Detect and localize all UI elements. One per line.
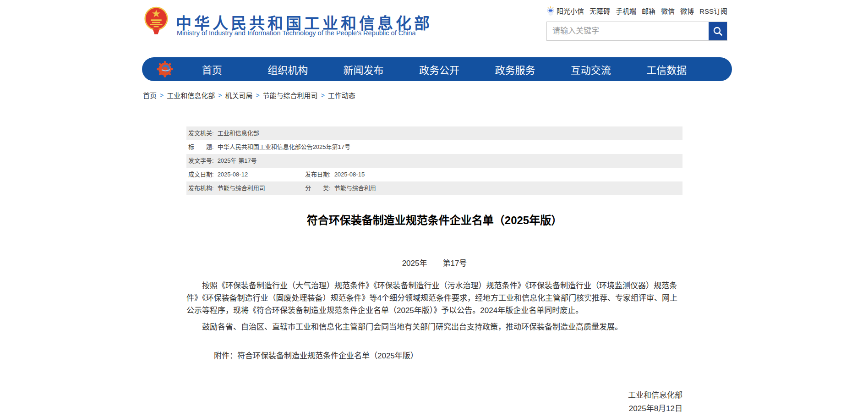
page: 中华人民共和国工业和信息化部 Ministry of Industry and …: [0, 0, 868, 412]
meta-row-title: 标 题:中华人民共和国工业和信息化部公告2025年第17号: [186, 140, 682, 154]
nav-item-news[interactable]: 新闻发布: [326, 62, 401, 77]
meta-label: 发布机构:: [188, 185, 214, 192]
top-link-wechat[interactable]: 微信: [661, 6, 675, 16]
breadcrumb-separator: >: [160, 92, 164, 99]
meta-value: 2025-08-15: [334, 171, 365, 178]
top-link-weibo[interactable]: 微博: [680, 6, 694, 16]
search-icon: [713, 26, 723, 36]
article-paragraph: 鼓励各省、自治区、直辖市工业和信息化主管部门会同当地有关部门研究出台支持政策，推…: [186, 321, 684, 333]
article-body: 按照《环保装备制造行业（大气治理）规范条件》《环保装备制造行业（污水治理）规范条…: [186, 280, 684, 337]
breadcrumb-energy-dept[interactable]: 节能与综合利用司: [263, 90, 318, 100]
nav-item-interaction[interactable]: 互动交流: [553, 62, 628, 77]
meta-label: 成文日期:: [188, 171, 214, 178]
meta-cell: 发布日期:2025-08-15: [305, 168, 365, 181]
nav-item-gov-services[interactable]: 政务服务: [477, 62, 553, 77]
breadcrumb-home[interactable]: 首页: [143, 90, 157, 100]
meta-value: 2025年 第17号: [218, 157, 257, 164]
top-link-mobile[interactable]: 手机端: [616, 6, 636, 16]
meta-value: 节能与综合利用司: [218, 185, 265, 192]
national-emblem-icon: [144, 6, 169, 35]
meta-value: 工业和信息化部: [218, 130, 259, 137]
article-paragraph: 按照《环保装备制造行业（大气治理）规范条件》《环保装备制造行业（污水治理）规范条…: [186, 280, 684, 317]
nav-item-home[interactable]: 首页: [174, 62, 250, 77]
meta-value: 中华人民共和国工业和信息化部公告2025年第17号: [218, 143, 350, 150]
attachment-link[interactable]: 附件：符合环保装备制造业规范条件企业名单（2025年版）: [214, 349, 418, 361]
meta-cell: 分 类:节能与综合利用: [305, 181, 376, 195]
nav-item-miit-data[interactable]: 工信数据: [629, 62, 704, 77]
main-nav: 首页 组织机构 新闻发布 政务公开 政务服务 互动交流 工信数据: [142, 57, 732, 81]
signature-organization: 工业和信息化部: [186, 389, 682, 400]
meta-cell: 发文机关:工业和信息化部: [188, 126, 259, 140]
breadcrumb-departments[interactable]: 机关司局: [225, 90, 252, 100]
meta-cell: 成文日期:2025-08-12: [188, 168, 305, 181]
search-button[interactable]: [709, 22, 727, 40]
meta-value: 节能与综合利用: [334, 185, 376, 192]
meta-label: 分 类:: [305, 185, 331, 192]
top-link-label: 阳光小信: [557, 6, 584, 16]
breadcrumb: 首页 > 工业和信息化部 > 机关司局 > 节能与综合利用司 > 工作动态: [143, 90, 355, 100]
nav-items: 首页 组织机构 新闻发布 政务公开 政务服务 互动交流 工信数据: [174, 62, 704, 77]
signature-date: 2025年8月12日: [186, 402, 682, 412]
meta-value: 2025-08-12: [218, 171, 248, 178]
meta-row-dates: 成文日期:2025-08-12 发布日期:2025-08-15: [186, 168, 682, 181]
meta-cell: 发文字号:2025年 第17号: [188, 154, 257, 168]
breadcrumb-separator: >: [256, 92, 259, 99]
top-link-mail[interactable]: 邮箱: [642, 6, 655, 16]
top-link-rss[interactable]: RSS订阅: [699, 6, 727, 16]
breadcrumb-work-updates[interactable]: 工作动态: [328, 90, 355, 100]
meta-label: 标 题:: [188, 143, 214, 150]
search-box: [546, 22, 727, 41]
document-meta-table: 发文机关:工业和信息化部 标 题:中华人民共和国工业和信息化部公告2025年第1…: [186, 126, 682, 195]
article-title: 符合环保装备制造业规范条件企业名单（2025年版）: [186, 211, 682, 227]
breadcrumb-miit[interactable]: 工业和信息化部: [167, 90, 215, 100]
nav-item-gov-disclosure[interactable]: 政务公开: [401, 62, 477, 77]
breadcrumb-separator: >: [321, 92, 325, 99]
top-link-accessibility[interactable]: 无障碍: [590, 6, 610, 16]
meta-label: 发布日期:: [305, 171, 331, 178]
search-input[interactable]: [547, 22, 709, 40]
meta-label: 发文字号:: [188, 157, 214, 164]
nav-item-organization[interactable]: 组织机构: [250, 62, 325, 77]
article-doc-number: 2025年 第17号: [186, 257, 682, 268]
top-link-sunshine[interactable]: 阳光小信: [546, 6, 584, 16]
meta-row-publisher: 发布机构:节能与综合利用司 分 类:节能与综合利用: [186, 181, 682, 195]
meta-cell: 发布机构:节能与综合利用司: [188, 181, 305, 195]
meta-row-doc-number: 发文字号:2025年 第17号: [186, 154, 682, 168]
site-subtitle: Ministry of Industry and Information Tec…: [177, 29, 416, 37]
meta-cell: 标 题:中华人民共和国工业和信息化部公告2025年第17号: [188, 140, 350, 154]
meta-label: 发文机关:: [188, 130, 214, 137]
miit-logo-icon: [156, 60, 174, 78]
robot-icon: [546, 6, 555, 16]
breadcrumb-separator: >: [218, 92, 222, 99]
meta-row-issuing-org: 发文机关:工业和信息化部: [186, 126, 682, 140]
top-links: 阳光小信 无障碍 手机端 邮箱 微信 微博 RSS订阅: [546, 6, 727, 16]
